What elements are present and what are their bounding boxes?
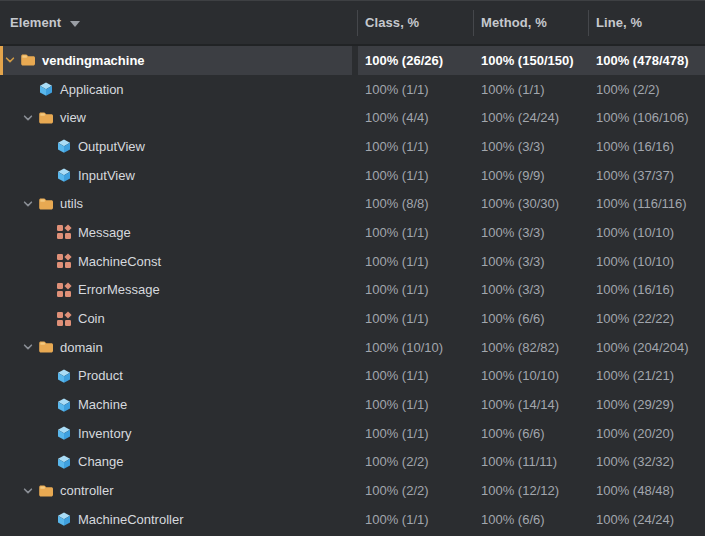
- class-coverage-value: 100% (1/1): [358, 132, 474, 161]
- column-header-line[interactable]: Line, %: [588, 1, 705, 44]
- chevron-slot[interactable]: [22, 341, 38, 353]
- coverage-cells: 100% (2/2) 100% (11/11) 100% (32/32): [358, 448, 705, 477]
- element-cell[interactable]: vendingmachine: [0, 46, 352, 75]
- class-coverage-value: 100% (2/2): [358, 476, 474, 505]
- element-cell[interactable]: domain: [0, 333, 352, 362]
- tree-row-vendingmachine[interactable]: vendingmachine 100% (26/26) 100% (150/15…: [0, 46, 705, 75]
- class-icon: [56, 511, 72, 527]
- method-coverage-value: 100% (30/30): [474, 189, 589, 218]
- method-coverage-value: 100% (10/10): [474, 362, 589, 391]
- class-coverage-value: 100% (10/10): [358, 333, 474, 362]
- coverage-cells: 100% (1/1) 100% (6/6) 100% (20/20): [358, 419, 705, 448]
- tree-row-Machine[interactable]: Machine 100% (1/1) 100% (14/14) 100% (29…: [0, 390, 705, 419]
- column-header-line-label: Line, %: [596, 15, 642, 30]
- tree-row-OutputView[interactable]: OutputView 100% (1/1) 100% (3/3) 100% (1…: [0, 132, 705, 161]
- tree-row-Application[interactable]: Application 100% (1/1) 100% (1/1) 100% (…: [0, 75, 705, 104]
- class-coverage-value: 100% (1/1): [358, 304, 474, 333]
- method-coverage-value: 100% (6/6): [474, 304, 589, 333]
- tree-row-Message[interactable]: Message 100% (1/1) 100% (3/3) 100% (10/1…: [0, 218, 705, 247]
- chevron-down-icon: [22, 112, 34, 124]
- tree-row-Product[interactable]: Product 100% (1/1) 100% (10/10) 100% (21…: [0, 362, 705, 391]
- coverage-cells: 100% (1/1) 100% (3/3) 100% (16/16): [358, 276, 705, 305]
- column-divider: [588, 10, 589, 36]
- element-cell[interactable]: Coin: [0, 304, 352, 333]
- chevron-slot[interactable]: [22, 485, 38, 497]
- element-label: ErrorMessage: [78, 282, 160, 297]
- class-coverage-value: 100% (1/1): [358, 505, 474, 534]
- indent-spacer: [4, 175, 40, 176]
- element-cell[interactable]: Application: [0, 75, 352, 104]
- element-label: Message: [78, 225, 131, 240]
- coverage-cells: 100% (10/10) 100% (82/82) 100% (204/204): [358, 333, 705, 362]
- sort-indicator-icon[interactable]: [70, 21, 80, 27]
- column-header-element[interactable]: Element: [0, 1, 357, 44]
- column-header-class[interactable]: Class, %: [357, 1, 473, 44]
- folder-icon: [38, 196, 54, 212]
- method-coverage-value: 100% (9/9): [474, 161, 589, 190]
- tree-row-domain[interactable]: domain 100% (10/10) 100% (82/82) 100% (2…: [0, 333, 705, 362]
- element-cell[interactable]: Message: [0, 218, 352, 247]
- line-coverage-value: 100% (20/20): [589, 419, 705, 448]
- element-label: utils: [60, 196, 83, 211]
- element-cell[interactable]: Product: [0, 362, 352, 391]
- chevron-slot[interactable]: [4, 54, 20, 66]
- line-coverage-value: 100% (22/22): [589, 304, 705, 333]
- tree-row-controller[interactable]: controller 100% (2/2) 100% (12/12) 100% …: [0, 476, 705, 505]
- enum-icon: [56, 311, 72, 327]
- coverage-cells: 100% (1/1) 100% (6/6) 100% (22/22): [358, 304, 705, 333]
- class-coverage-value: 100% (2/2): [358, 448, 474, 477]
- element-cell[interactable]: controller: [0, 476, 352, 505]
- indent-spacer: [4, 519, 40, 520]
- tree-row-Coin[interactable]: Coin 100% (1/1) 100% (6/6) 100% (22/22): [0, 304, 705, 333]
- indent-spacer: [4, 117, 22, 118]
- element-cell[interactable]: Machine: [0, 390, 352, 419]
- indent-spacer: [4, 261, 40, 262]
- indent-spacer: [4, 404, 40, 405]
- column-header-method[interactable]: Method, %: [473, 1, 588, 44]
- folder-icon: [20, 52, 36, 68]
- element-cell[interactable]: utils: [0, 189, 352, 218]
- line-coverage-value: 100% (106/106): [589, 103, 705, 132]
- indent-spacer: [4, 146, 40, 147]
- chevron-down-icon: [4, 54, 16, 66]
- coverage-cells: 100% (26/26) 100% (150/150) 100% (478/47…: [358, 46, 705, 75]
- tree-row-MachineConst[interactable]: MachineConst 100% (1/1) 100% (3/3) 100% …: [0, 247, 705, 276]
- class-icon: [56, 167, 72, 183]
- element-cell[interactable]: MachineConst: [0, 247, 352, 276]
- coverage-cells: 100% (1/1) 100% (6/6) 100% (24/24): [358, 505, 705, 534]
- coverage-tree: vendingmachine 100% (26/26) 100% (150/15…: [0, 46, 705, 534]
- element-cell[interactable]: view: [0, 103, 352, 132]
- tree-row-view[interactable]: view 100% (4/4) 100% (24/24) 100% (106/1…: [0, 103, 705, 132]
- coverage-cells: 100% (1/1) 100% (9/9) 100% (37/37): [358, 161, 705, 190]
- element-cell[interactable]: Inventory: [0, 419, 352, 448]
- class-icon: [56, 368, 72, 384]
- enum-icon: [56, 224, 72, 240]
- chevron-down-icon: [22, 485, 34, 497]
- tree-row-Inventory[interactable]: Inventory 100% (1/1) 100% (6/6) 100% (20…: [0, 419, 705, 448]
- line-coverage-value: 100% (10/10): [589, 218, 705, 247]
- class-coverage-value: 100% (1/1): [358, 362, 474, 391]
- line-coverage-value: 100% (16/16): [589, 132, 705, 161]
- tree-row-ErrorMessage[interactable]: ErrorMessage 100% (1/1) 100% (3/3) 100% …: [0, 276, 705, 305]
- element-cell[interactable]: ErrorMessage: [0, 276, 352, 305]
- element-label: OutputView: [78, 139, 145, 154]
- chevron-down-icon: [22, 198, 34, 210]
- coverage-cells: 100% (1/1) 100% (14/14) 100% (29/29): [358, 390, 705, 419]
- method-coverage-value: 100% (3/3): [474, 276, 589, 305]
- class-coverage-value: 100% (8/8): [358, 189, 474, 218]
- class-coverage-value: 100% (1/1): [358, 276, 474, 305]
- line-coverage-value: 100% (204/204): [589, 333, 705, 362]
- tree-row-InputView[interactable]: InputView 100% (1/1) 100% (9/9) 100% (37…: [0, 161, 705, 190]
- element-cell[interactable]: InputView: [0, 161, 352, 190]
- element-cell[interactable]: OutputView: [0, 132, 352, 161]
- class-icon: [38, 81, 54, 97]
- tree-row-Change[interactable]: Change 100% (2/2) 100% (11/11) 100% (32/…: [0, 448, 705, 477]
- element-cell[interactable]: Change: [0, 448, 352, 477]
- coverage-cells: 100% (1/1) 100% (3/3) 100% (10/10): [358, 218, 705, 247]
- tree-row-MachineController[interactable]: MachineController 100% (1/1) 100% (6/6) …: [0, 505, 705, 534]
- tree-row-utils[interactable]: utils 100% (8/8) 100% (30/30) 100% (116/…: [0, 189, 705, 218]
- chevron-slot[interactable]: [22, 112, 38, 124]
- chevron-slot[interactable]: [22, 198, 38, 210]
- indent-spacer: [4, 232, 40, 233]
- element-cell[interactable]: MachineController: [0, 505, 352, 534]
